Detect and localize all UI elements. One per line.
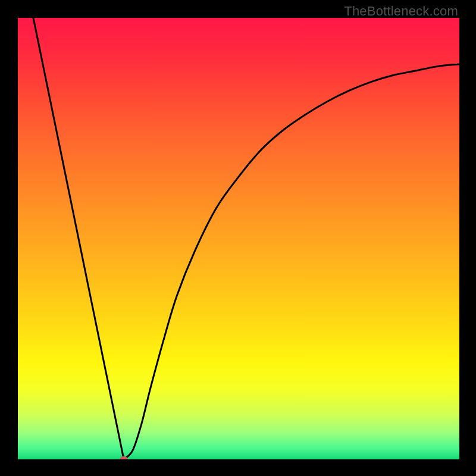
chart-frame <box>18 18 459 459</box>
bottleneck-curve-chart <box>18 18 459 459</box>
watermark-text: TheBottleneck.com <box>344 4 458 19</box>
gradient-background <box>18 18 459 459</box>
